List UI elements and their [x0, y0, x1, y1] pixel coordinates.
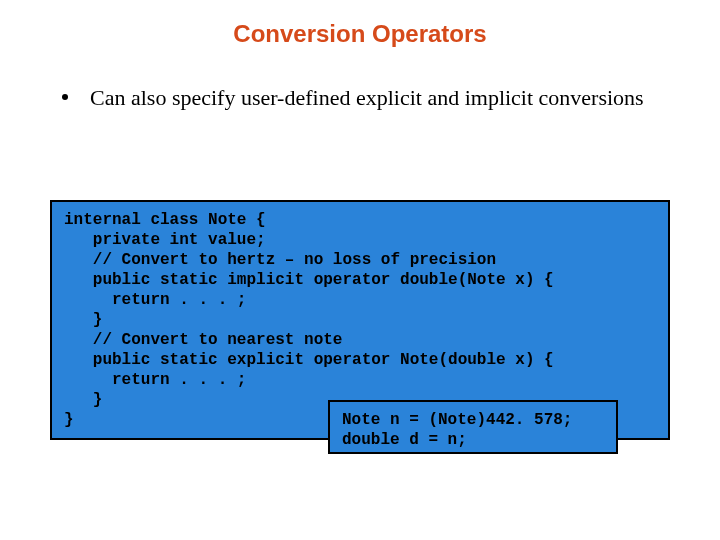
bullet-dot-icon — [62, 94, 68, 100]
bullet-item: Can also specify user-defined explicit a… — [0, 84, 720, 113]
bullet-text: Can also specify user-defined explicit a… — [90, 85, 644, 110]
code-block-usage: Note n = (Note)442. 578; double d = n; — [328, 400, 618, 454]
slide: Conversion Operators Can also specify us… — [0, 0, 720, 540]
page-title: Conversion Operators — [0, 20, 720, 48]
